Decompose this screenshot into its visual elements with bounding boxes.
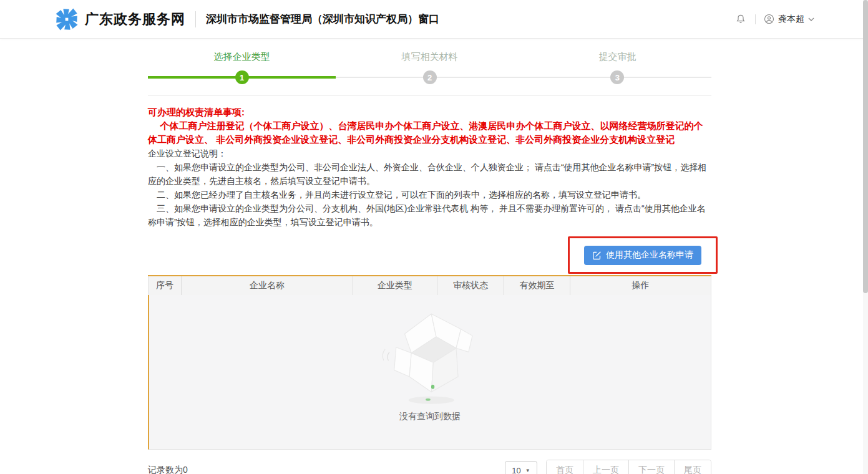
scrollbar-thumb[interactable]: [863, 0, 868, 293]
scrollbar-track[interactable]: [863, 0, 868, 474]
table-body-empty-state: 没有查询到数据: [148, 295, 711, 450]
record-count: 记录数为0: [148, 465, 188, 474]
step-dot-3: 3: [610, 70, 624, 84]
page-size-value: 10: [512, 466, 520, 474]
action-row: 使用其他企业名称申请: [148, 235, 711, 275]
step-label-1: 选择企业类型: [148, 51, 336, 63]
empty-box-illustration: [375, 306, 485, 410]
registration-instructions-title: 企业设立登记说明：: [148, 147, 711, 160]
results-table: 序号 企业名称 企业类型 审核状态 有效期至 操作: [148, 275, 711, 450]
use-other-name-button[interactable]: 使用其他企业名称申请: [584, 246, 701, 265]
step-dot-1: 1: [235, 70, 249, 84]
pagination: 10 ▼ 首页 上一页 下一页 尾页: [505, 460, 711, 474]
steps-divider: [148, 95, 711, 96]
annotation-highlight-box: 使用其他企业名称申请: [568, 236, 718, 274]
column-header-index: 序号: [149, 276, 182, 295]
topbar: 广东政务服务网 深圳市市场监督管理局（深圳市知识产权局）窗口 龚本超: [0, 0, 868, 39]
empty-state-text: 没有查询到数据: [399, 411, 461, 422]
user-avatar-icon: [764, 14, 774, 24]
column-header-review-status: 审核状态: [437, 276, 504, 295]
instruction-item-3: 三、如果您申请设立的企业类型为分公司、分支机构、外国(地区)企业常驻代表机 构等…: [148, 201, 711, 229]
step-label-3: 提交审批: [524, 51, 711, 63]
step-label-2: 填写相关材料: [336, 51, 524, 63]
table-footer: 记录数为0 10 ▼ 首页 上一页 下一页 尾页: [148, 460, 711, 474]
edit-icon: [592, 251, 602, 260]
main-content: 选择企业类型 填写相关材料 提交审批 1 2 3 可办理的权责清单事项: 个体工…: [148, 39, 711, 474]
next-page-button[interactable]: 下一页: [629, 460, 675, 474]
column-header-company-type: 企业类型: [353, 276, 437, 295]
column-header-company-name: 企业名称: [182, 276, 353, 295]
page-size-select[interactable]: 10 ▼: [505, 461, 537, 474]
prev-page-button[interactable]: 上一页: [583, 460, 629, 474]
rights-list-title: 可办理的权责清单事项:: [148, 105, 711, 119]
first-page-button[interactable]: 首页: [547, 460, 583, 474]
select-caret-icon: ▼: [525, 468, 530, 473]
window-title: 深圳市市场监督管理局（深圳市知识产权局）窗口: [206, 12, 439, 26]
column-header-valid-until: 有效期至: [504, 276, 570, 295]
notification-bell-icon[interactable]: [734, 13, 747, 26]
use-other-name-button-label: 使用其他企业名称申请: [606, 249, 693, 261]
topbar-brand[interactable]: 广东政务服务网 深圳市市场监督管理局（深圳市知识产权局）窗口: [55, 8, 439, 31]
last-page-button[interactable]: 尾页: [675, 460, 711, 474]
site-logo-icon: [55, 8, 79, 31]
rights-list-body: 个体工商户注册登记（个体工商户设立）、台湾居民申办个体工商户设立、港澳居民申办个…: [148, 119, 711, 147]
notice-section: 可办理的权责清单事项: 个体工商户注册登记（个体工商户设立）、台湾居民申办个体工…: [148, 105, 711, 229]
header-divider: [195, 11, 196, 27]
step-dot-2: 2: [423, 70, 437, 84]
user-menu[interactable]: 龚本超: [764, 14, 814, 25]
site-name: 广东政务服务网: [85, 10, 185, 29]
user-name: 龚本超: [778, 14, 804, 25]
step-indicator: 选择企业类型 填写相关材料 提交审批 1 2 3: [148, 39, 711, 96]
table-header-row: 序号 企业名称 企业类型 审核状态 有效期至 操作: [148, 276, 711, 295]
pager-button-group: 首页 上一页 下一页 尾页: [546, 460, 711, 474]
header-right-divider: [755, 14, 756, 24]
instruction-item-2: 二、如果您已经办理了自主核名业务，并且尚未进行设立登记，可以在下面的列表中，选择…: [148, 188, 711, 201]
instruction-item-1: 一、如果您申请设立的企业类型为公司、非公司企业法人、外资企业、合伙企业、个人独资…: [148, 160, 711, 188]
chevron-down-icon: [808, 17, 814, 21]
column-header-actions: 操作: [570, 276, 711, 295]
